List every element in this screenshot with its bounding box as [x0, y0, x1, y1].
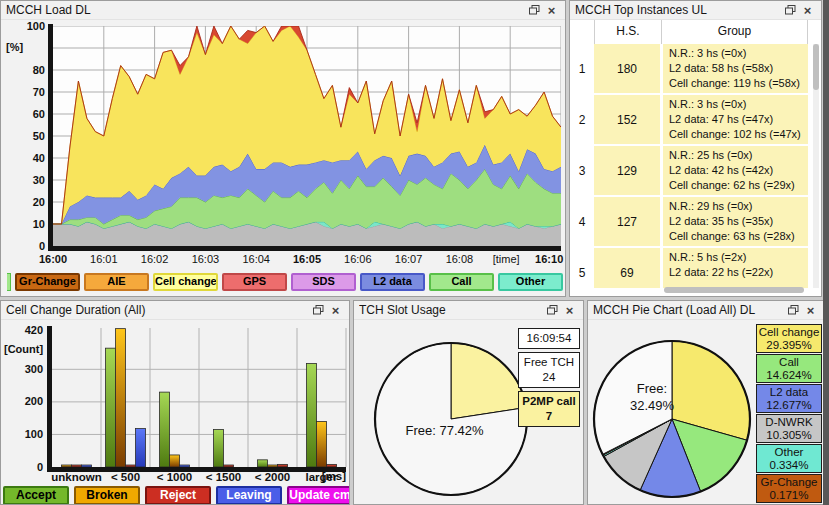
close-icon[interactable]: × [543, 3, 560, 18]
bar-accept-500 [106, 348, 116, 467]
close-icon[interactable]: × [799, 3, 816, 18]
group-cell: N.R.: 5 hs (=2x)L2 data: 22 hs (=22x) [663, 248, 808, 288]
pie-legend-value: 12.677% [757, 399, 821, 412]
x-tick-1607: 16:07 [395, 253, 423, 265]
pie-legend-other[interactable]: Other0.334% [756, 444, 822, 473]
restore-window-icon[interactable] [785, 303, 802, 318]
free-percentage-label: Free: 32.49% [602, 380, 702, 414]
bar-accept-2000 [258, 460, 268, 467]
panel-title: TCH Slot Usage [359, 303, 544, 317]
table-row-5[interactable]: 569N.R.: 5 hs (=2x)L2 data: 22 hs (=22x) [570, 248, 821, 288]
legend-button-leaving[interactable]: Leaving [216, 486, 282, 505]
y-tick-30: 30 [3, 174, 45, 186]
group-cell: N.R.: 3 hs (=0x)L2 data: 58 hs (=58x)Cel… [663, 44, 808, 93]
restore-window-icon[interactable] [526, 3, 543, 18]
pie-legend-value: 29.395% [757, 339, 821, 352]
group-line: Cell change: 63 hs (=28x) [669, 229, 808, 244]
close-icon[interactable]: × [561, 303, 578, 318]
group-cell: N.R.: 3 hs (=0x)L2 data: 47 hs (=47x)Cel… [663, 95, 808, 144]
group-line: N.R.: 3 hs (=0x) [669, 97, 808, 112]
bar-accept-larger [307, 363, 317, 467]
group-line: N.R.: 5 hs (=2x) [669, 250, 808, 265]
hs-value-cell: 129 [594, 146, 660, 195]
legend-button-l2-data[interactable]: L2 data [360, 273, 425, 291]
hs-column-header[interactable]: H.S. [594, 20, 661, 44]
legend-button-reject[interactable]: Reject [145, 486, 211, 505]
y-tick-200: 200 [1, 395, 43, 407]
x-category-2000: < 2000 [255, 471, 291, 483]
info-box-16-09-54: 16:09:54 [518, 328, 580, 349]
legend-button-other[interactable]: Other [498, 273, 563, 291]
panel-mcch-top-instances-ul: MCCH Top Instances UL × H.S. Group 1180N… [569, 0, 822, 297]
top-instances-table: H.S. Group 1180N.R.: 3 hs (=0x)L2 data: … [570, 20, 821, 296]
legend-button-gr-change[interactable]: Gr-Change [15, 273, 80, 291]
group-column-header[interactable]: Group [661, 20, 808, 44]
row-rank: 1 [570, 62, 594, 76]
legend-button-call[interactable]: Call [429, 273, 494, 291]
horizontal-scrollbar[interactable] [594, 287, 808, 293]
pie-legend-d-nwrk[interactable]: D-NWRK10.305% [756, 414, 822, 443]
table-header: H.S. Group [570, 20, 821, 44]
close-icon[interactable]: × [327, 303, 344, 318]
close-icon[interactable]: × [802, 303, 819, 318]
table-row-3[interactable]: 3129N.R.: 25 hs (=0x)L2 data: 42 hs (=42… [570, 146, 821, 195]
info-line: P2MP call [519, 394, 579, 409]
restore-window-icon[interactable] [544, 303, 561, 318]
legend-button-sds[interactable]: SDS [291, 273, 356, 291]
y-tick-20: 20 [3, 196, 45, 208]
y-tick-10: 10 [3, 218, 45, 230]
legend-button-broken[interactable]: Broken [74, 486, 140, 505]
x-tick-1604: 16:04 [242, 253, 270, 265]
pie-legend-cell-change[interactable]: Cell change29.395% [756, 324, 822, 353]
table-row-4[interactable]: 4127N.R.: 29 hs (=0x)L2 data: 35 hs (=35… [570, 197, 821, 246]
group-line: Cell change: 119 hs (=58x) [669, 76, 808, 91]
titlebar-tch-slot-usage: TCH Slot Usage × [354, 301, 583, 320]
bar-broken-unknown [62, 465, 72, 467]
bar-reject-larger [327, 464, 337, 467]
y-axis-unit-label: [Count] [4, 343, 43, 355]
restore-window-icon[interactable] [310, 303, 327, 318]
legend-button-accept[interactable]: Accept [3, 486, 69, 505]
pie-legend-gr-change[interactable]: Gr-Change0.171% [756, 474, 822, 503]
table-row-1[interactable]: 1180N.R.: 3 hs (=0x)L2 data: 58 hs (=58x… [570, 44, 821, 93]
group-cell: N.R.: 25 hs (=0x)L2 data: 42 hs (=42x)Ce… [663, 146, 808, 195]
restore-window-icon[interactable] [782, 3, 799, 18]
legend-button-cell-change[interactable]: Cell change [153, 273, 218, 291]
y-tick-80: 80 [3, 64, 45, 76]
x-axis-unit-label: [ms] [322, 470, 346, 482]
legend-clipped-button[interactable] [7, 273, 11, 291]
pie-slice-p2mp-call [451, 343, 526, 419]
panel-tch-slot-usage: TCH Slot Usage × Free: 77.42% 16:09:54Fr… [353, 300, 584, 505]
group-line: N.R.: 3 hs (=0x) [669, 46, 808, 61]
pie-legend-call[interactable]: Call14.624% [756, 354, 822, 383]
pie-legend: Cell change29.395%Call14.624%L2 data12.6… [756, 324, 822, 504]
info-box-p2mp-call: P2MP call7 [518, 391, 580, 427]
bar-chart-area: [Count] 4203002001000 unknown< 500< 1000… [1, 320, 349, 504]
bar-accept-1500 [214, 430, 224, 467]
vertical-scrollbar[interactable] [813, 44, 819, 288]
y-tick-420: 420 [1, 324, 43, 336]
group-line: Cell change: 102 hs (=47x) [669, 127, 808, 142]
table-row-2[interactable]: 2152N.R.: 3 hs (=0x)L2 data: 47 hs (=47x… [570, 95, 821, 144]
x-tick-time: [time] [493, 253, 520, 265]
group-line: N.R.: 29 hs (=0x) [669, 199, 808, 214]
legend-button-update-cm[interactable]: Update cm [287, 486, 350, 505]
y-tick-300: 300 [1, 363, 43, 375]
x-category-unknown: unknown [51, 471, 101, 483]
pie-legend-l2-data[interactable]: L2 data12.677% [756, 384, 822, 413]
legend-button-gps[interactable]: GPS [222, 273, 287, 291]
bar-accept-1000 [160, 392, 170, 467]
horizontal-scrollbar-thumb[interactable] [664, 287, 804, 293]
row-rank: 4 [570, 215, 594, 229]
hs-value-cell: 152 [594, 95, 660, 144]
vertical-scrollbar-thumb[interactable] [813, 44, 819, 90]
window-edge [823, 0, 829, 505]
hs-value-cell: 69 [594, 248, 660, 288]
panel-mcch-load-dl: MCCH Load DL × [%] 10080706050403020100 … [0, 0, 566, 297]
bar-reject-500 [126, 465, 136, 467]
group-line: Cell change: 62 hs (=29x) [669, 178, 808, 193]
info-line: 7 [519, 409, 579, 424]
legend-button-aie[interactable]: AIE [84, 273, 149, 291]
x-axis-line [48, 246, 561, 251]
x-tick-1603: 16:03 [192, 253, 220, 265]
